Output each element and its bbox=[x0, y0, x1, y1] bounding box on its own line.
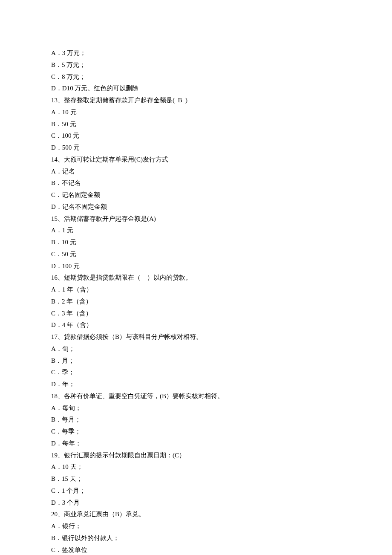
text-line: D．100 元 bbox=[51, 260, 341, 272]
text-line: D．每年； bbox=[51, 438, 341, 450]
text-line: B．50 元 bbox=[51, 119, 341, 130]
text-line: A．记名 bbox=[51, 166, 341, 178]
document-page: A．3 万元； B．5 万元； C．8 万元； D．D10 万元。红色的可以删除… bbox=[0, 0, 392, 555]
text-line: A．10 元 bbox=[51, 107, 341, 119]
text-line: C．每季； bbox=[51, 426, 341, 438]
text-line: B．5 万元； bbox=[51, 59, 341, 71]
text-line: D．500 元 bbox=[51, 142, 341, 154]
text-line: B．不记名 bbox=[51, 177, 341, 189]
text-line: C．100 元 bbox=[51, 130, 341, 142]
text-line: A．每旬； bbox=[51, 402, 341, 414]
text-line: A．10 天； bbox=[51, 461, 341, 473]
question-line: 15、活期储蓄存款开户起存金额是(A) bbox=[51, 213, 341, 225]
text-line: C．记名固定金额 bbox=[51, 189, 341, 201]
text-line: A．1 元 bbox=[51, 225, 341, 237]
text-line: A．3 万元； bbox=[51, 47, 341, 59]
text-line: D．年； bbox=[51, 379, 341, 390]
text-line: D．记名不固定金额 bbox=[51, 201, 341, 213]
question-line: 14、大额可转让定期存单采用(C)发行方式 bbox=[51, 154, 341, 166]
text-line: C．签发单位 bbox=[51, 544, 341, 555]
question-line: 20、商业承兑汇票由（B）承兑。 bbox=[51, 509, 341, 520]
text-line: D．4 年（含） bbox=[51, 319, 341, 331]
text-line: D．D10 万元。红色的可以删除 bbox=[51, 83, 341, 95]
top-divider bbox=[51, 30, 341, 30]
text-line: B．15 天； bbox=[51, 473, 341, 485]
question-line: 17、贷款借据必须按（B）与该科目分户帐核对相符。 bbox=[51, 331, 341, 343]
text-line: C．8 万元； bbox=[51, 71, 341, 83]
text-line: C．3 年（含） bbox=[51, 308, 341, 320]
text-line: C．50 元 bbox=[51, 249, 341, 260]
text-line: B．10 元 bbox=[51, 237, 341, 249]
text-line: C．1 个月； bbox=[51, 485, 341, 497]
question-line: 13、整存整取定期储蓄存款开户起存金额是( B ) bbox=[51, 95, 341, 107]
text-line: A．旬； bbox=[51, 343, 341, 355]
text-line: C．季； bbox=[51, 367, 341, 379]
text-line: B．月； bbox=[51, 355, 341, 367]
text-line: B．银行以外的付款人； bbox=[51, 532, 341, 544]
text-line: B．每月； bbox=[51, 414, 341, 426]
document-body: A．3 万元； B．5 万元； C．8 万元； D．D10 万元。红色的可以删除… bbox=[51, 47, 341, 555]
question-line: 19、银行汇票的提示付款期限自出票日期：(C） bbox=[51, 450, 341, 462]
text-line: D．3 个月 bbox=[51, 497, 341, 509]
text-line: A．1 年（含） bbox=[51, 284, 341, 296]
text-line: A．银行； bbox=[51, 520, 341, 532]
question-line: 16、短期贷款是指贷款期限在（ ）以内的贷款。 bbox=[51, 272, 341, 284]
question-line: 18、各种有价单证、重要空白凭证等，(B）要帐实核对相符。 bbox=[51, 390, 341, 402]
text-line: B．2 年（含） bbox=[51, 296, 341, 308]
